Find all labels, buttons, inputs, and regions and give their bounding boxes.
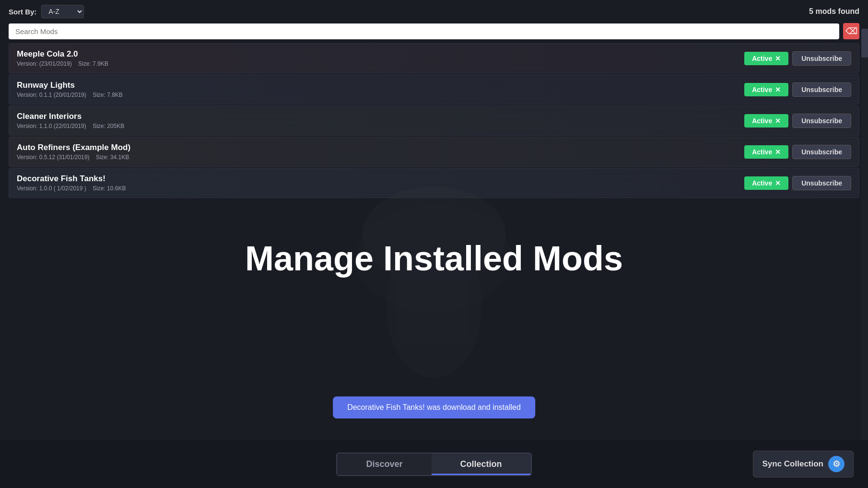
tab-discover[interactable]: Discover bbox=[337, 453, 431, 475]
mod-name: Decorative Fish Tanks! bbox=[17, 174, 126, 184]
mod-actions: Active ✕ Unsubscribe bbox=[744, 176, 851, 190]
deactivate-icon: ✕ bbox=[775, 179, 781, 187]
mod-info: Meeple Cola 2.0 Version: (23/01/2019) Si… bbox=[17, 49, 108, 67]
unsubscribe-button[interactable]: Unsubscribe bbox=[792, 114, 851, 128]
mod-name: Runway Lights bbox=[17, 81, 123, 90]
top-bar: Sort By: A-Z Z-A Newest Oldest 5 mods fo… bbox=[0, 0, 868, 23]
deactivate-icon: ✕ bbox=[775, 148, 781, 156]
clear-icon: ⌫ bbox=[845, 26, 857, 36]
table-row: Meeple Cola 2.0 Version: (23/01/2019) Si… bbox=[9, 43, 859, 73]
mod-info: Runway Lights Version: 0.1.1 (20/01/2019… bbox=[17, 81, 123, 98]
mods-found: 5 mods found bbox=[809, 7, 859, 16]
tab-group: Discover Collection bbox=[336, 453, 531, 476]
mod-meta: Version: 1.1.0 (22/01/2019) Size: 205KB bbox=[17, 123, 124, 129]
active-button[interactable]: Active ✕ bbox=[744, 52, 788, 65]
deactivate-icon: ✕ bbox=[775, 55, 781, 62]
mod-actions: Active ✕ Unsubscribe bbox=[744, 145, 851, 159]
mod-info: Decorative Fish Tanks! Version: 1.0.0 ( … bbox=[17, 174, 126, 192]
mod-info: Cleaner Interiors Version: 1.1.0 (22/01/… bbox=[17, 112, 124, 129]
mod-meta: Version: 1.0.0 ( 1/02/2019 ) Size: 10.6K… bbox=[17, 185, 126, 192]
unsubscribe-button[interactable]: Unsubscribe bbox=[792, 176, 851, 190]
scrollbar[interactable] bbox=[861, 29, 868, 440]
mod-actions: Active ✕ Unsubscribe bbox=[744, 82, 851, 97]
hero-title: Manage Installed Mods bbox=[245, 239, 623, 278]
mod-meta: Version: 0.1.1 (20/01/2019) Size: 7.8KB bbox=[17, 92, 123, 98]
active-button[interactable]: Active ✕ bbox=[744, 83, 788, 96]
deactivate-icon: ✕ bbox=[775, 86, 781, 93]
toast-notification: Decorative Fish Tanks! was download and … bbox=[333, 396, 535, 418]
sync-collection-button[interactable]: Sync Collection ⚙ bbox=[753, 451, 854, 477]
scrollbar-thumb[interactable] bbox=[861, 29, 868, 58]
unsubscribe-button[interactable]: Unsubscribe bbox=[792, 145, 851, 159]
search-input[interactable] bbox=[9, 23, 839, 39]
sort-label: Sort By: bbox=[9, 8, 36, 16]
mod-actions: Active ✕ Unsubscribe bbox=[744, 114, 851, 128]
mod-name: Meeple Cola 2.0 bbox=[17, 49, 108, 59]
search-container: ⌫ bbox=[0, 23, 868, 43]
sort-by-container: Sort By: A-Z Z-A Newest Oldest bbox=[9, 5, 84, 18]
mod-info: Auto Refiners (Example Mod) Version: 0.5… bbox=[17, 143, 130, 161]
mod-name: Auto Refiners (Example Mod) bbox=[17, 143, 130, 152]
mod-meta: Version: (23/01/2019) Size: 7.9KB bbox=[17, 60, 108, 67]
unsubscribe-button[interactable]: Unsubscribe bbox=[792, 51, 851, 66]
mod-name: Cleaner Interiors bbox=[17, 112, 124, 121]
active-button[interactable]: Active ✕ bbox=[744, 114, 788, 128]
deactivate-icon: ✕ bbox=[775, 117, 781, 125]
unsubscribe-button[interactable]: Unsubscribe bbox=[792, 82, 851, 97]
active-button[interactable]: Active ✕ bbox=[744, 145, 788, 159]
sync-icon: ⚙ bbox=[828, 456, 845, 472]
hero-section: Manage Installed Mods bbox=[0, 86, 868, 430]
active-button[interactable]: Active ✕ bbox=[744, 176, 788, 190]
search-clear-button[interactable]: ⌫ bbox=[843, 23, 859, 39]
mod-meta: Version: 0.5.12 (31/01/2019) Size: 34.1K… bbox=[17, 154, 130, 161]
sort-select[interactable]: A-Z Z-A Newest Oldest bbox=[41, 5, 84, 18]
bottom-bar: Discover Collection Sync Collection ⚙ bbox=[0, 440, 868, 488]
mod-actions: Active ✕ Unsubscribe bbox=[744, 51, 851, 66]
tab-collection[interactable]: Collection bbox=[432, 453, 531, 475]
